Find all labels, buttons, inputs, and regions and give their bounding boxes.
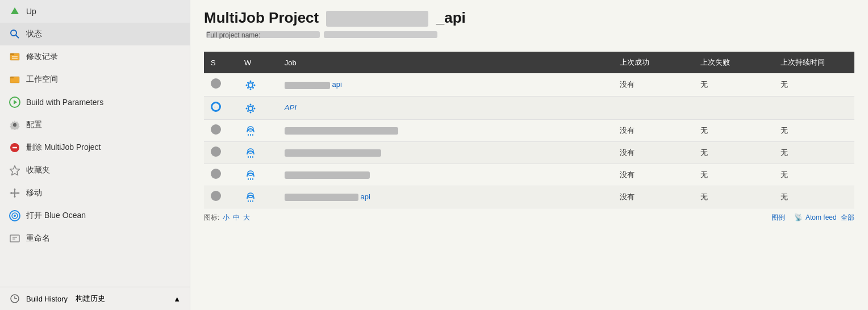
gear-icon [9, 119, 20, 131]
table-row: api 没有 无 无 [204, 73, 854, 96]
last-success-cell: 没有 [613, 186, 694, 208]
sidebar-item-blue-ocean[interactable]: 打开 Blue Ocean [0, 204, 190, 227]
job-link-api[interactable]: API [285, 103, 297, 112]
rain-icon-4 [244, 148, 257, 156]
table-row: 没有 无 无 [204, 141, 854, 164]
svg-line-2 [16, 35, 19, 38]
status-cell [204, 73, 237, 96]
sidebar-item-label: 状态 [26, 29, 42, 39]
status-ball-grey-5 [211, 169, 221, 179]
sidebar-item-workspace[interactable]: 工作空间 [0, 68, 190, 91]
sidebar-item-label: 收藏夹 [26, 165, 50, 175]
svg-point-39 [250, 103, 252, 105]
last-duration-cell [774, 96, 854, 119]
icon-size-small[interactable]: 小 [223, 213, 229, 223]
build-history-section[interactable]: Build History 构建历史 ▲ [0, 287, 190, 310]
up-arrow-icon [9, 6, 20, 17]
svg-point-37 [247, 87, 249, 89]
svg-point-43 [247, 105, 249, 107]
table-footer: 图标: 小 中 大 图例 📡 Atom feed 全部 [204, 213, 854, 223]
folder-edit-icon [9, 51, 20, 62]
sidebar-item-rename[interactable]: 重命名 [0, 227, 190, 250]
last-failure-cell: 无 [694, 141, 774, 164]
table-body: api 没有 无 无 ··· [204, 73, 854, 208]
gear-weather-icon [244, 78, 257, 90]
table-row: ··· [204, 96, 854, 119]
gear-weather-icon-2 [244, 101, 257, 114]
svg-marker-19 [18, 192, 20, 194]
status-cell: ··· [204, 96, 237, 119]
last-failure-cell: 无 [694, 186, 774, 208]
sidebar: Up 状态 修改记录 工作空 [0, 0, 190, 310]
last-duration-cell: 无 [774, 73, 854, 96]
sidebar-item-changelog[interactable]: 修改记录 [0, 45, 190, 68]
icon-size-large[interactable]: 大 [243, 213, 250, 223]
atom-feed-link[interactable]: 📡 Atom feed 全部 [794, 213, 854, 223]
last-failure-cell [694, 96, 774, 119]
rain-icon-3 [244, 125, 257, 134]
svg-point-29 [248, 83, 253, 87]
job-cell[interactable]: API [278, 96, 613, 119]
status-cell [204, 119, 237, 141]
sidebar-item-label: 移动 [26, 188, 42, 198]
full-project-name: Full project name: [204, 30, 854, 38]
svg-point-40 [250, 111, 252, 113]
svg-point-31 [250, 88, 252, 90]
legend-link[interactable]: 图例 [771, 213, 785, 223]
weather-cell [237, 119, 278, 141]
job-name-blurred-4 [285, 149, 381, 157]
status-cell [204, 164, 237, 186]
project-name-blurred [324, 31, 437, 38]
job-cell[interactable] [278, 119, 613, 141]
build-history-icon [9, 293, 20, 304]
status-ball-grey-6 [211, 191, 221, 201]
col-header-last-success: 上次成功 [613, 52, 694, 73]
sidebar-item-label: 打开 Blue Ocean [26, 211, 86, 221]
weather-cell [237, 73, 278, 96]
last-success-cell [613, 96, 694, 119]
build-params-icon [9, 97, 20, 108]
svg-marker-15 [10, 166, 20, 175]
sidebar-item-up[interactable]: Up [0, 0, 190, 23]
svg-point-30 [250, 80, 252, 82]
sidebar-item-label: 配置 [26, 120, 42, 130]
last-success-cell: 没有 [613, 164, 694, 186]
job-cell[interactable] [278, 164, 613, 186]
sidebar-item-delete[interactable]: 删除 MultiJob Project [0, 136, 190, 159]
svg-point-42 [254, 107, 256, 109]
icon-size-section: 图标: 小 中 大 [204, 213, 250, 223]
job-cell[interactable]: api [278, 186, 613, 208]
status-ball-grey-3 [211, 124, 221, 135]
expand-icon: ▲ [173, 295, 181, 303]
star-icon [9, 165, 20, 176]
job-cell[interactable] [278, 141, 613, 164]
rss-icon: 📡 [794, 213, 803, 221]
col-header-s: S [204, 52, 237, 73]
svg-marker-0 [11, 7, 19, 14]
svg-rect-4 [10, 53, 14, 55]
weather-cell [237, 141, 278, 164]
svg-point-38 [248, 106, 253, 111]
job-cell[interactable]: api [278, 73, 613, 96]
svg-point-46 [247, 110, 249, 112]
table-header: S W Job 上次成功 上次失败 上次持续时间 [204, 52, 854, 73]
sidebar-item-build-with-parameters[interactable]: Build with Parameters [0, 91, 190, 114]
sidebar-item-favorites[interactable]: 收藏夹 [0, 159, 190, 182]
svg-point-12 [13, 123, 16, 127]
svg-point-32 [246, 84, 248, 86]
weather-cell [237, 186, 278, 208]
svg-point-45 [252, 105, 254, 107]
weather-cell [237, 96, 278, 119]
main-content: MultiJob Project _api Full project name:… [190, 0, 868, 310]
status-in-progress: ··· [211, 102, 221, 112]
sidebar-item-config[interactable]: 配置 [0, 114, 190, 136]
sidebar-item-move[interactable]: 移动 [0, 182, 190, 204]
blueocean-icon [9, 210, 20, 221]
last-duration-cell: 无 [774, 164, 854, 186]
sidebar-item-status[interactable]: 状态 [0, 23, 190, 45]
svg-point-33 [254, 84, 256, 86]
svg-point-44 [252, 110, 254, 112]
rain-icon-5 [244, 170, 257, 178]
icon-size-medium[interactable]: 中 [233, 213, 240, 223]
status-cell [204, 186, 237, 208]
